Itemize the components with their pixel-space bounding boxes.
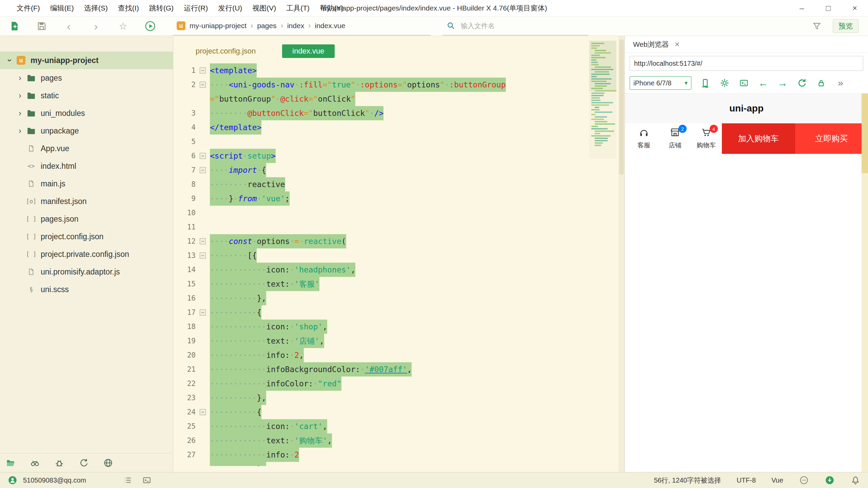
filter-funnel-icon[interactable] [811, 20, 823, 32]
preview-button[interactable]: 预览 [833, 19, 859, 33]
forward-icon[interactable]: › [90, 20, 102, 32]
menu-item-8[interactable]: 工具(T) [281, 0, 315, 16]
maximize-button[interactable]: □ [815, 0, 842, 16]
fold-marker-icon[interactable]: − [200, 82, 206, 88]
menu-item-3[interactable]: 查找(I) [113, 0, 144, 16]
rotate-device-icon[interactable] [700, 78, 711, 88]
menu-item-5[interactable]: 运行(R) [179, 0, 213, 16]
tree-item-label: manifest.json [41, 197, 87, 206]
globe-icon[interactable] [103, 458, 113, 468]
preview-scrollbar-thumb[interactable] [862, 94, 868, 173]
chevron-right-icon[interactable]: › [15, 126, 25, 136]
run-icon[interactable] [144, 20, 156, 32]
tree-item-uni.scss[interactable]: §uni.scss [0, 281, 173, 298]
browser-tab[interactable]: Web浏览器 [633, 40, 669, 49]
lock-icon[interactable] [816, 78, 827, 88]
tree-root-my-uniapp-project[interactable]: › u my-uniapp-project [0, 52, 173, 69]
tab-index.vue[interactable]: index.vue [282, 44, 334, 58]
fold-marker-icon[interactable]: − [200, 153, 206, 159]
minimize-button[interactable]: – [789, 0, 815, 16]
menu-item-6[interactable]: 发行(U) [213, 0, 247, 16]
browser-tab-close-icon[interactable]: ✕ [674, 40, 680, 48]
preview-scrollbar-track[interactable] [862, 94, 868, 472]
breadcrumb-item-1[interactable]: pages [257, 22, 276, 30]
tab-project.config.json[interactable]: project.config.json [191, 44, 260, 58]
fold-marker-icon[interactable]: − [200, 409, 206, 415]
feedback-icon[interactable] [799, 475, 809, 485]
language-indicator[interactable]: Vue [771, 476, 783, 484]
fold-marker-icon[interactable]: − [200, 67, 206, 74]
tree-item-uni_modules[interactable]: ›uni_modules [0, 104, 173, 122]
tree-item-App.vue[interactable]: App.vue [0, 140, 173, 157]
tree-item-pages.json[interactable]: [ ]pages.json [0, 210, 173, 228]
fold-gutter: − [196, 153, 210, 159]
browser-refresh-icon[interactable] [796, 78, 807, 88]
menu-item-2[interactable]: 选择(S) [79, 0, 113, 16]
fold-marker-icon[interactable]: − [200, 309, 206, 316]
tree-item-unpackage[interactable]: ›unpackage [0, 122, 173, 140]
new-file-icon[interactable] [9, 20, 20, 32]
back-icon[interactable]: ‹ [63, 20, 75, 32]
terminal-icon[interactable] [142, 475, 152, 485]
user-account-icon[interactable] [7, 475, 18, 485]
chevron-down-icon[interactable]: › [5, 55, 15, 65]
sidebar-footer [0, 453, 173, 472]
menu-item-0[interactable]: 文件(F) [12, 0, 45, 16]
chevron-right-icon[interactable]: › [15, 108, 25, 118]
menu-item-7[interactable]: 视图(V) [247, 0, 281, 16]
device-select[interactable]: iPhone 6/7/8 ▾ [630, 76, 691, 90]
code-area[interactable]: 1−<template>2−····<uni-goods-nav·:fill="… [173, 58, 625, 466]
tree-item-project.private.config.json[interactable]: [ ]project.private.config.json [0, 245, 173, 263]
settings-gear-icon[interactable] [719, 78, 730, 88]
breadcrumb-item-2[interactable]: index [287, 22, 304, 30]
line-number: 15 [173, 280, 196, 288]
selection-info[interactable]: 56行, 1240字符被选择 [654, 476, 721, 485]
chevron-right-icon[interactable]: › [15, 73, 25, 83]
button-加入购物车[interactable]: 加入购物车 [722, 123, 795, 154]
tree-item-pages[interactable]: ›pages [0, 69, 173, 87]
close-button[interactable]: × [842, 0, 868, 16]
goods-nav-item-店铺[interactable]: 店铺2 [659, 123, 691, 154]
minimap[interactable] [589, 41, 616, 159]
tree-item-project.config.json[interactable]: [ ]project.config.json [0, 228, 173, 245]
menu-item-1[interactable]: 编辑(E) [45, 0, 79, 16]
account-email[interactable]: 510509083@qq.com [23, 476, 86, 484]
refresh-icon[interactable] [79, 458, 89, 468]
goods-nav-label: 店铺 [669, 141, 682, 150]
selected-text: ············infoBackgroundColor:·'#007af… [210, 362, 412, 377]
file-search-input[interactable] [461, 22, 588, 30]
tree-item-manifest.json[interactable]: [o]manifest.json [0, 192, 173, 210]
save-icon[interactable] [36, 20, 47, 32]
breadcrumb-item-0[interactable]: my-uniapp-project [190, 22, 246, 30]
code-line: 15············text:·'客服' [173, 277, 625, 291]
goods-nav-item-客服[interactable]: 客服 [628, 123, 659, 154]
goods-nav-item-购物车[interactable]: 购物车4 [691, 123, 722, 154]
fold-gutter: − [196, 82, 210, 88]
menu-item-4[interactable]: 跳转(G) [144, 0, 179, 16]
debug-icon[interactable] [54, 458, 64, 468]
fold-marker-icon[interactable]: − [200, 238, 206, 244]
notification-bell-icon[interactable] [850, 475, 861, 485]
favorite-icon[interactable]: ☆ [117, 20, 129, 32]
more-chevrons-icon[interactable]: » [835, 78, 846, 88]
breadcrumb-item-3[interactable]: index.vue [315, 22, 345, 30]
outline-list-icon[interactable] [123, 475, 133, 485]
console-icon[interactable] [738, 78, 749, 88]
editor-scrollbar-track[interactable] [618, 36, 625, 472]
open-folder-icon[interactable] [5, 458, 16, 468]
fold-marker-icon[interactable]: − [200, 167, 206, 173]
editor-scrollbar-thumb[interactable] [619, 39, 624, 175]
fold-marker-icon[interactable]: − [200, 252, 206, 259]
tree-item-uni.promisify.adaptor.js[interactable]: uni.promisify.adaptor.js [0, 263, 173, 281]
button-立即购买[interactable]: 立即购买 [795, 123, 868, 154]
update-download-icon[interactable] [825, 475, 835, 485]
chevron-right-icon[interactable]: › [15, 91, 25, 100]
tree-item-static[interactable]: ›static [0, 87, 173, 104]
tree-item-index.html[interactable]: <>index.html [0, 157, 173, 175]
tree-item-main.js[interactable]: main.js [0, 175, 173, 192]
browser-forward-icon[interactable]: → [777, 78, 788, 88]
binoculars-icon[interactable] [30, 458, 40, 468]
browser-back-icon[interactable]: ← [758, 78, 769, 88]
url-input[interactable] [630, 56, 863, 71]
encoding-indicator[interactable]: UTF-8 [736, 476, 756, 484]
